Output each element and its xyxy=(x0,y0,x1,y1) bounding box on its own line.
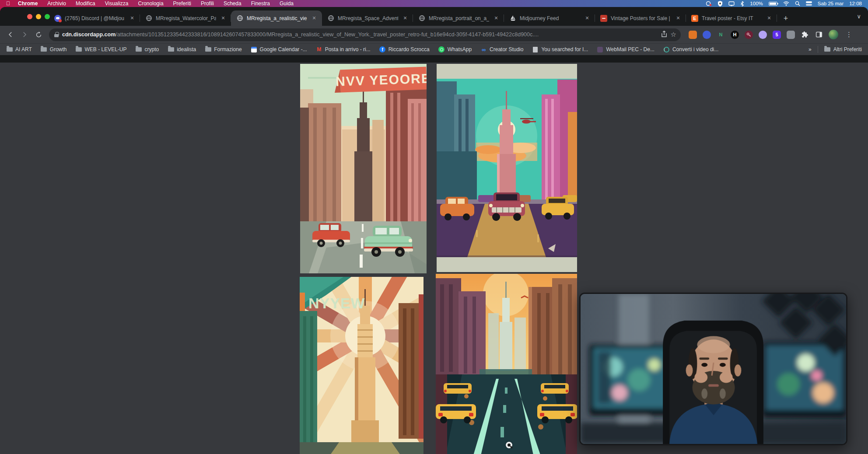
forward-button[interactable] xyxy=(18,28,31,41)
control-center-icon[interactable] xyxy=(806,1,812,6)
bookmark-label: Posta in arrivo - ri... xyxy=(325,46,371,52)
tab-vintage-posters[interactable]: Vintage Posters for Sale | × xyxy=(595,10,686,26)
lock-icon[interactable] xyxy=(54,32,59,37)
chrome-menu-kebab-icon[interactable]: ⋮ xyxy=(846,31,852,38)
p2-street-shadow xyxy=(437,255,577,257)
p4-right-buildings xyxy=(528,278,577,375)
bookmark-webmail-pec[interactable]: WebMail PEC - De... xyxy=(597,46,654,53)
bookmark-idealista[interactable]: idealista xyxy=(168,46,196,53)
wifi-icon[interactable] xyxy=(783,1,789,6)
bookmark-converti-video[interactable]: Converti i video di... xyxy=(663,46,718,53)
tab-close-icon[interactable]: × xyxy=(493,15,500,22)
menu-cronologia[interactable]: Cronologia xyxy=(138,0,164,7)
facebook-icon: f xyxy=(379,46,386,53)
new-tab-button[interactable]: + xyxy=(780,12,792,24)
bookmark-web-level-up[interactable]: WEB - LEVEL-UP xyxy=(75,46,126,53)
tab-midjourney-feed[interactable]: Midjourney Feed × xyxy=(504,10,595,26)
bookmark-gmail-inbox[interactable]: MPosta in arrivo - ri... xyxy=(316,46,371,53)
menu-chrome[interactable]: Chrome xyxy=(18,0,38,7)
bookmark-label: Growth xyxy=(50,46,67,52)
bookmark-growth[interactable]: Growth xyxy=(41,46,67,53)
menu-date[interactable]: Sab 25 mar xyxy=(818,1,844,6)
poster-top-left-new-york-vintage[interactable]: NVV YEOORE xyxy=(300,64,427,273)
tab-close-icon[interactable]: × xyxy=(220,15,227,22)
reload-button[interactable] xyxy=(32,28,45,41)
minimize-window-button[interactable] xyxy=(36,14,41,19)
menu-modifica[interactable]: Modifica xyxy=(76,0,95,7)
tab-portrait[interactable]: MRregista_portrait_on_a_ × xyxy=(413,10,504,26)
bookmark-ai-art[interactable]: AI ART xyxy=(6,46,32,53)
bookmark-facebook-profile[interactable]: fRiccardo Scrocca xyxy=(379,46,430,53)
key-extension-icon[interactable] xyxy=(745,31,753,39)
gray-extension-icon[interactable] xyxy=(787,31,795,39)
bookmark-creator-studio[interactable]: ∞Creator Studio xyxy=(480,46,523,53)
tab-strip: (2765) Discord | @Midjou × MRregista_Wat… xyxy=(0,7,868,26)
tab-space-adventure[interactable]: MRregista_Space_Advent × xyxy=(322,10,413,26)
tab-search-chevron-icon[interactable]: ∨ xyxy=(857,13,861,20)
bookmark-whatsapp[interactable]: WhatsApp xyxy=(438,46,472,53)
bookmark-you-searched[interactable]: You searched for I... xyxy=(532,46,588,53)
etsy-favicon: E xyxy=(691,15,698,22)
midjourney-favicon xyxy=(509,15,516,22)
tab-close-icon[interactable]: × xyxy=(311,15,318,22)
display-icon[interactable] xyxy=(728,1,735,6)
tab-discord[interactable]: (2765) Discord | @Midjou × xyxy=(49,10,140,26)
menu-time[interactable]: 12:08 xyxy=(849,1,862,6)
bookmark-star-icon[interactable]: ☆ xyxy=(671,31,676,38)
menu-profili[interactable]: Profili xyxy=(201,0,214,7)
menu-guida[interactable]: Guida xyxy=(280,0,294,7)
screen-record-icon[interactable] xyxy=(706,1,712,6)
p3-left-buildings xyxy=(300,311,317,443)
share-icon[interactable] xyxy=(661,31,667,39)
menu-finestra[interactable]: Finestra xyxy=(251,0,270,7)
url-text[interactable]: cdn.discordapp.com/attachments/101351233… xyxy=(62,31,658,38)
p3-street xyxy=(300,442,424,454)
green-n-extension-icon[interactable]: N xyxy=(717,31,725,39)
extensions-puzzle-icon[interactable] xyxy=(801,31,809,39)
tab-title: MRregista_Space_Advent xyxy=(338,15,398,21)
metamask-icon[interactable] xyxy=(689,31,697,39)
bookmark-formazione[interactable]: Formazione xyxy=(205,46,242,53)
poster-bottom-right-taxi-street[interactable] xyxy=(436,274,577,454)
shield-icon[interactable] xyxy=(718,1,723,7)
side-panel-icon[interactable] xyxy=(815,31,823,39)
bookmark-label: Riccardo Scrocca xyxy=(388,46,430,52)
tab-etsy[interactable]: E Travel poster - Etsy IT × xyxy=(686,10,777,26)
bookmarks-overflow-chevron[interactable]: » xyxy=(808,46,812,52)
folder-icon xyxy=(205,46,211,53)
tab-close-icon[interactable]: × xyxy=(766,15,773,22)
menu-archivio[interactable]: Archivio xyxy=(47,0,66,7)
purple-5-extension-icon[interactable]: 5 xyxy=(773,31,781,39)
ghost-extension-icon[interactable] xyxy=(759,31,767,39)
poster-top-right-sunset-street[interactable] xyxy=(437,64,577,272)
poster-bottom-left-sunburst[interactable]: NYYEW xyxy=(300,277,424,454)
midjourney-image-grid[interactable]: NVV YEOORE xyxy=(294,63,577,454)
tab-realistic-view-active[interactable]: MRregista_a_realistic_vie × xyxy=(231,10,322,26)
bookmark-google-calendar[interactable]: Google Calendar -... xyxy=(251,46,307,53)
bookmark-label: WhatsApp xyxy=(448,46,472,52)
zoom-cursor xyxy=(506,442,512,448)
profile-avatar[interactable] xyxy=(829,30,838,39)
tab-close-icon[interactable]: × xyxy=(675,15,682,22)
bluetooth-icon[interactable] xyxy=(740,1,744,7)
apple-menu-icon[interactable]:  xyxy=(6,1,10,6)
tab-watercolor[interactable]: MRregista_Watercolor_Pa × xyxy=(140,10,231,26)
tab-close-icon[interactable]: × xyxy=(584,15,591,22)
menu-scheda[interactable]: Scheda xyxy=(224,0,242,7)
p1-title-banner: NVV YEOORE xyxy=(334,66,427,93)
tab-close-icon[interactable]: × xyxy=(129,15,136,22)
h-extension-icon[interactable]: H xyxy=(731,31,739,39)
address-bar[interactable]: cdn.discordapp.com/attachments/101351233… xyxy=(49,28,681,41)
menu-visualizza[interactable]: Visualizza xyxy=(105,0,129,7)
tab-title: Vintage Posters for Sale | xyxy=(611,15,671,21)
menu-preferiti[interactable]: Preferiti xyxy=(173,0,191,7)
bookmark-crypto[interactable]: crypto xyxy=(136,46,159,53)
bookmark-label: Formazione xyxy=(214,46,242,52)
close-window-button[interactable] xyxy=(27,14,32,19)
tab-close-icon[interactable]: × xyxy=(402,15,409,22)
spotlight-search-icon[interactable] xyxy=(795,1,800,6)
bookmark-altri-preferiti[interactable]: Altri Preferiti xyxy=(824,46,862,53)
battery-icon[interactable] xyxy=(769,2,777,6)
blue-extension-icon[interactable] xyxy=(703,31,711,39)
back-button[interactable] xyxy=(4,28,17,41)
